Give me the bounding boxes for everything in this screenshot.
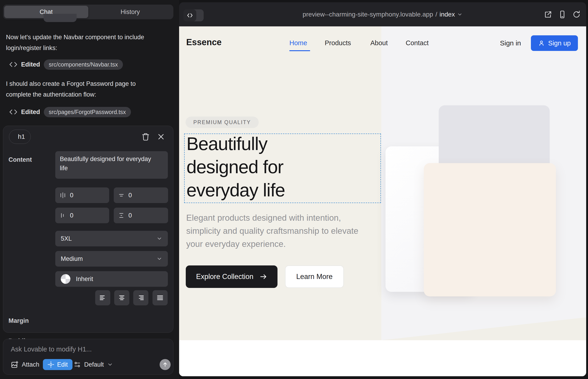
margin-x-input[interactable]: 0 xyxy=(55,188,109,203)
site-viewport: Essence Home Products About Contact Sign… xyxy=(179,26,586,376)
sign-in-link[interactable]: Sign in xyxy=(500,39,521,47)
font-weight-value: Medium xyxy=(61,255,83,262)
learn-more-button[interactable]: Learn More xyxy=(285,266,344,288)
composer-placeholder[interactable]: Ask Lovable to modify H1... xyxy=(11,346,92,353)
explore-collection-label: Explore Collection xyxy=(196,272,253,281)
margin-horizontal-icon xyxy=(59,192,66,199)
tab-history[interactable]: History xyxy=(88,6,172,18)
edited-label: Edited xyxy=(21,109,40,116)
align-right-icon xyxy=(137,294,145,302)
default-label: Default xyxy=(84,361,104,368)
font-weight-select[interactable]: Medium xyxy=(55,251,168,267)
padding-horizontal-icon xyxy=(59,212,66,219)
chat-history-tabs: Chat History xyxy=(3,5,173,19)
settings-sliders-icon xyxy=(74,361,81,368)
edit-mode-button[interactable]: Edit xyxy=(43,359,73,370)
chat-composer[interactable]: Ask Lovable to modify H1... Attach Ed xyxy=(3,339,173,375)
trash-icon xyxy=(141,133,150,141)
arrow-right-icon xyxy=(259,273,267,281)
close-icon xyxy=(157,133,165,141)
decorative-card-cream xyxy=(424,163,556,296)
preview-chrome-bar: preview--charming-site-symphony.lovable.… xyxy=(179,2,586,26)
align-right-button[interactable] xyxy=(133,290,148,305)
padding-x-input[interactable]: 0 xyxy=(55,208,109,223)
chevron-down-icon xyxy=(156,236,162,242)
chevron-down-icon xyxy=(156,256,162,262)
align-justify-button[interactable] xyxy=(153,290,168,305)
refresh-button[interactable] xyxy=(573,10,581,19)
align-center-button[interactable] xyxy=(114,290,129,305)
active-nav-underline xyxy=(289,50,310,51)
assistant-message: Now let's update the Navbar component to… xyxy=(6,32,153,53)
url-separator: / xyxy=(435,11,437,18)
file-badge[interactable]: src/pages/ForgotPassword.tsx xyxy=(44,107,131,117)
padding-x-value: 0 xyxy=(70,212,73,219)
nav-link-about[interactable]: About xyxy=(370,39,388,47)
mobile-view-button[interactable] xyxy=(558,10,566,19)
content-label: Content xyxy=(8,156,32,163)
sign-up-button[interactable]: Sign up xyxy=(531,35,578,51)
padding-y-input[interactable]: 0 xyxy=(114,208,168,223)
model-default-button[interactable]: Default xyxy=(74,359,113,370)
color-value: Inherit xyxy=(76,276,93,283)
delete-element-button[interactable] xyxy=(140,131,151,142)
arrow-up-icon xyxy=(162,362,168,367)
chevron-down-icon xyxy=(107,362,113,367)
assistant-message: I should also create a Forgot Password p… xyxy=(6,79,153,100)
padding-y-value: 0 xyxy=(128,212,132,219)
site-logo[interactable]: Essence xyxy=(186,37,221,47)
preview-url-bar[interactable]: preview--charming-site-symphony.lovable.… xyxy=(179,2,586,26)
element-editor-panel: h1 Content Beautifully designed for ever… xyxy=(3,126,173,333)
chevron-down-icon xyxy=(457,12,463,17)
margin-x-value: 0 xyxy=(70,192,73,199)
scrolled-out-badge xyxy=(44,14,77,22)
color-select[interactable]: Inherit xyxy=(55,271,168,287)
chat-panel: Chat History Now let's update the Navbar… xyxy=(0,0,179,379)
edit-label: Edit xyxy=(57,361,68,368)
next-section-background xyxy=(179,340,586,376)
open-in-new-tab-button[interactable] xyxy=(544,10,552,19)
color-swatch xyxy=(61,274,70,284)
font-size-value: 5XL xyxy=(61,235,72,242)
hero-paragraph: Elegant products designed with intention… xyxy=(186,211,370,251)
font-size-select[interactable]: 5XL xyxy=(55,231,168,246)
refresh-icon xyxy=(573,10,581,19)
edited-label: Edited xyxy=(21,61,40,68)
nav-link-home[interactable]: Home xyxy=(289,39,307,47)
margin-label: Margin xyxy=(8,317,29,324)
selected-element-tag[interactable]: h1 xyxy=(9,130,31,144)
attach-button[interactable]: Attach xyxy=(11,359,39,370)
margin-y-input[interactable]: 0 xyxy=(114,188,168,203)
send-button[interactable] xyxy=(160,359,171,370)
hero-heading[interactable]: Beautifully designed for everyday life xyxy=(186,132,324,202)
align-left-button[interactable] xyxy=(95,290,110,305)
content-input[interactable]: Beautifully designed for everyday life xyxy=(55,151,168,179)
preview-pane: preview--charming-site-symphony.lovable.… xyxy=(179,2,586,376)
h1-selection-outline[interactable]: Beautifully designed for everyday life xyxy=(184,134,381,203)
sign-up-label: Sign up xyxy=(548,39,571,47)
element-tag-label: h1 xyxy=(18,133,25,141)
file-badge[interactable]: src/components/Navbar.tsx xyxy=(44,59,123,70)
align-justify-icon xyxy=(156,294,164,302)
external-link-icon xyxy=(544,10,552,19)
locate-icon xyxy=(47,361,54,368)
code-icon xyxy=(9,61,17,68)
smartphone-icon xyxy=(558,10,566,19)
user-icon xyxy=(538,40,545,47)
composer-toolbar: Attach Edit Default xyxy=(3,359,173,370)
chrome-actions xyxy=(544,2,581,26)
edited-file-row: Edited src/pages/ForgotPassword.tsx xyxy=(9,107,131,117)
premium-quality-badge: PREMIUM QUALITY xyxy=(186,117,259,128)
url-domain: preview--charming-site-symphony.lovable.… xyxy=(303,11,433,18)
nav-link-contact[interactable]: Contact xyxy=(406,39,429,47)
padding-vertical-icon xyxy=(118,212,125,219)
edited-file-row: Edited src/components/Navbar.tsx xyxy=(9,59,123,70)
explore-collection-button[interactable]: Explore Collection xyxy=(186,266,278,288)
lovable-workspace: Chat History Now let's update the Navbar… xyxy=(0,0,588,379)
margin-y-value: 0 xyxy=(128,192,132,199)
nav-link-products[interactable]: Products xyxy=(325,39,351,47)
close-editor-button[interactable] xyxy=(155,131,167,142)
margin-vertical-icon xyxy=(118,192,125,199)
attach-image-icon xyxy=(11,361,19,368)
url-page: index xyxy=(439,11,455,18)
